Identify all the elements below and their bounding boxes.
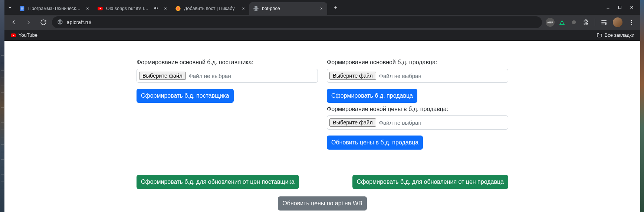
seller-label: Формирование основной б.д. продавца: (327, 59, 508, 66)
choose-file-button[interactable]: Выберите файл (329, 72, 376, 80)
svg-point-29 (631, 20, 632, 21)
desktop-right-strip (640, 0, 644, 212)
svg-point-24 (572, 20, 576, 25)
new-tab-button[interactable] (330, 2, 341, 13)
update-wb-api-button[interactable]: Обновить цены по api на WB (278, 196, 367, 211)
newprice-label: Формирование новой цены в б.д. продавца: (327, 106, 508, 112)
supplier-file-input[interactable]: Выберите файл Файл не выбран (137, 69, 318, 83)
profile-avatar[interactable] (613, 17, 622, 27)
address-bar[interactable]: apicraft.ru/ (52, 16, 542, 28)
newprice-file-input[interactable]: Выберите файл Файл не выбран (327, 115, 508, 130)
forward-button[interactable] (22, 16, 35, 29)
svg-rect-3 (21, 9, 23, 9)
minimize-button[interactable] (605, 4, 611, 11)
maximize-button[interactable] (617, 4, 623, 11)
separator (595, 19, 595, 26)
svg-rect-20 (619, 6, 621, 9)
svg-rect-2 (21, 8, 24, 9)
pikabu-icon (175, 6, 181, 12)
close-icon[interactable] (162, 6, 168, 12)
tab-title: Добавить пост | Пикабу (184, 6, 237, 11)
docs-icon (19, 6, 25, 12)
desktop-left-strip (0, 0, 4, 212)
page-content: Формирование основной б.д. поставщика: В… (4, 41, 640, 212)
file-status-text: Файл не выбран (379, 120, 421, 126)
bookmarks-bar: YouTube Все закладки (4, 30, 640, 41)
reload-button[interactable] (37, 16, 50, 29)
file-status-text: Файл не выбран (379, 73, 421, 79)
extension-grey-icon[interactable] (569, 18, 578, 27)
reading-list-icon[interactable] (599, 18, 608, 27)
svg-rect-0 (20, 6, 24, 11)
tab-search-button[interactable] (4, 0, 16, 15)
site-info-icon[interactable] (57, 19, 63, 26)
tab-strip: Программа-Техническое з Old songs but it… (4, 0, 599, 15)
supplier-section: Формирование основной б.д. поставщика: В… (137, 59, 318, 153)
all-bookmarks-button[interactable]: Все закладки (594, 31, 637, 40)
window-controls (599, 4, 640, 11)
url-text: apicraft.ru/ (67, 19, 91, 25)
tab-3[interactable]: bot-price (249, 2, 327, 15)
choose-file-button[interactable]: Выберите файл (329, 118, 376, 127)
file-status-text: Файл не выбран (189, 73, 231, 79)
bookmark-label: YouTube (19, 32, 37, 38)
supplier-label: Формирование основной б.д. поставщика: (137, 59, 318, 66)
extensions-button[interactable] (581, 18, 590, 27)
close-icon[interactable] (318, 6, 324, 12)
tab-title: bot-price (262, 6, 315, 11)
form-db-from-supplier-button[interactable]: Сформировать б.д. для обновления от цен … (137, 175, 299, 189)
tab-2[interactable]: Добавить пост | Пикабу (171, 2, 249, 15)
extensions-area: ABP (544, 17, 637, 27)
form-db-from-seller-button[interactable]: Сформировать б.д. для обновления от цен … (352, 175, 508, 189)
globe-icon (253, 6, 259, 12)
svg-point-11 (177, 7, 180, 10)
extension-nuxt-icon[interactable] (558, 18, 566, 27)
back-button[interactable] (7, 16, 20, 29)
svg-marker-28 (606, 23, 607, 25)
svg-point-30 (631, 22, 632, 23)
choose-file-button[interactable]: Выберите файл (139, 72, 186, 80)
seller-file-input[interactable]: Выберите файл Файл не выбран (327, 69, 508, 83)
close-icon[interactable] (240, 6, 246, 12)
tab-title: Old songs but it's lofi rer (106, 6, 151, 11)
seller-section: Формирование основной б.д. продавца: Выб… (327, 59, 508, 153)
svg-point-31 (631, 24, 632, 25)
svg-rect-1 (21, 7, 24, 7)
browser-titlebar: Программа-Техническое з Old songs but it… (4, 0, 640, 15)
youtube-icon (97, 6, 103, 12)
audio-icon[interactable] (154, 6, 160, 12)
all-bookmarks-label: Все закладки (605, 32, 634, 38)
submit-supplier-button[interactable]: Сформировать б.д. поставщика (137, 89, 234, 103)
close-icon[interactable] (85, 6, 91, 12)
tab-title: Программа-Техническое з (28, 6, 82, 11)
browser-toolbar: apicraft.ru/ ABP (4, 15, 640, 30)
submit-seller-button[interactable]: Сформировать б.д. продавца (327, 89, 417, 103)
menu-button[interactable] (627, 18, 636, 27)
bookmark-youtube[interactable]: YouTube (8, 31, 40, 40)
tab-0[interactable]: Программа-Техническое з (16, 2, 93, 15)
update-prices-seller-button[interactable]: Обновить цены в б.д. продавца (327, 136, 423, 150)
extension-abp-icon[interactable]: ABP (546, 18, 555, 27)
close-window-button[interactable] (628, 4, 635, 11)
tab-1[interactable]: Old songs but it's lofi rer (93, 2, 171, 15)
